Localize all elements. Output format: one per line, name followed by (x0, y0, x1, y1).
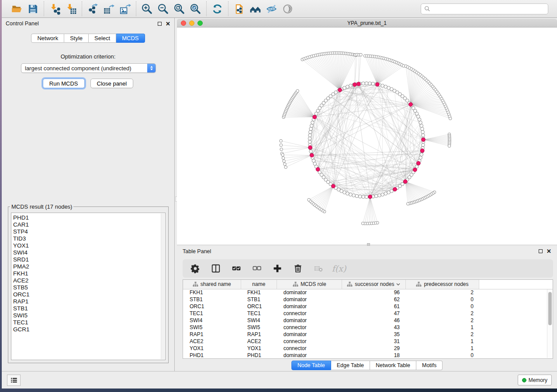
table-tab-node-table[interactable]: Node Table (291, 361, 331, 370)
export-image-icon[interactable] (117, 1, 133, 16)
cell-MCDS-role[interactable]: dominator (277, 317, 342, 324)
cell-predecessor-nodes[interactable]: 1 (405, 338, 479, 345)
create-column-plus-icon[interactable] (272, 262, 283, 275)
cell-name[interactable]: ORC1 (241, 303, 277, 310)
dominator-node[interactable] (403, 180, 407, 184)
cell-shared-name[interactable]: ORC1 (183, 303, 241, 310)
table-row[interactable]: PHD1PHD1dominator180 (183, 352, 553, 359)
hide-selected-icon[interactable] (263, 1, 280, 16)
cell-shared-name[interactable]: ACE2 (183, 338, 241, 345)
cell-successor-nodes[interactable]: 35 (342, 331, 405, 338)
network-canvas[interactable] (177, 28, 557, 244)
result-scrollbar[interactable] (161, 213, 165, 359)
cell-predecessor-nodes[interactable]: 0 (405, 303, 479, 310)
cell-MCDS-role[interactable]: dominator (277, 289, 342, 296)
tab-mcds[interactable]: MCDS (116, 34, 145, 43)
cell-MCDS-role[interactable]: connector (277, 310, 342, 317)
table-row[interactable]: YOX1YOX1connector291 (183, 345, 553, 352)
cell-name[interactable]: FKH1 (241, 289, 277, 296)
zoom-out-icon[interactable] (155, 1, 171, 16)
dominator-node[interactable] (338, 88, 342, 92)
column-visibility-icon[interactable] (210, 262, 221, 275)
table-row[interactable]: SWI5SWI5connector431 (183, 324, 553, 331)
table-row[interactable]: RAP1RAP1dominator352 (183, 331, 553, 338)
mcds-result-item[interactable]: TEC1 (13, 319, 165, 326)
close-table-panel-icon[interactable]: ✕ (547, 249, 551, 253)
cell-predecessor-nodes[interactable]: 2 (405, 310, 479, 317)
zoom-in-icon[interactable] (139, 1, 155, 16)
dominator-node[interactable] (413, 168, 417, 172)
cell-name[interactable]: SWI5 (241, 324, 277, 331)
mcds-result-item[interactable]: GCR1 (13, 326, 165, 333)
cell-MCDS-role[interactable]: connector (277, 345, 342, 352)
network-from-document-icon[interactable] (231, 1, 247, 16)
mcds-result-item[interactable]: PHD1 (13, 214, 165, 221)
table-scrollbar-thumb[interactable] (548, 292, 552, 325)
cell-successor-nodes[interactable]: 18 (342, 352, 405, 359)
dominator-node[interactable] (357, 82, 361, 86)
dominator-node[interactable] (310, 153, 314, 157)
show-all-icon[interactable] (280, 1, 296, 16)
dominator-node[interactable] (420, 149, 424, 153)
mcds-result-item[interactable]: STP4 (13, 228, 165, 235)
table-row[interactable]: TEC1TEC1connector472 (183, 310, 553, 317)
zoom-fit-icon[interactable] (171, 1, 187, 16)
cell-successor-nodes[interactable]: 62 (342, 296, 405, 303)
table-row[interactable]: STB1STB1dominator620 (183, 296, 553, 303)
dominator-node[interactable] (393, 187, 397, 191)
cell-name[interactable]: SWI4 (241, 317, 277, 324)
cell-MCDS-role[interactable]: connector (277, 324, 342, 331)
column-header-shared-name[interactable]: shared name (183, 280, 241, 289)
dominator-node[interactable] (313, 115, 317, 119)
cell-name[interactable]: TEC1 (241, 310, 277, 317)
cell-predecessor-nodes[interactable]: 2 (405, 317, 479, 324)
export-table-icon[interactable] (101, 1, 117, 16)
cell-successor-nodes[interactable]: 46 (342, 317, 405, 324)
cell-predecessor-nodes[interactable]: 0 (405, 352, 479, 359)
table-tab-edge-table[interactable]: Edge Table (331, 361, 370, 370)
import-table-icon[interactable] (63, 1, 79, 16)
first-neighbors-icon[interactable] (247, 1, 263, 16)
cell-predecessor-nodes[interactable]: 1 (405, 345, 479, 352)
column-header-MCDS-role[interactable]: MCDS role (277, 280, 342, 289)
cell-name[interactable]: PHD1 (241, 352, 277, 359)
toolbar-search[interactable] (421, 3, 548, 14)
column-header-successor-nodes[interactable]: successor nodes (342, 280, 405, 289)
mcds-result-item[interactable]: SWI5 (13, 312, 165, 319)
dominator-node[interactable] (375, 83, 379, 86)
table-row[interactable]: ORC1ORC1dominator610 (183, 303, 553, 310)
cell-shared-name[interactable]: PHD1 (183, 352, 241, 359)
cell-predecessor-nodes[interactable]: 2 (405, 289, 479, 296)
tab-network[interactable]: Network (31, 34, 64, 43)
minimize-window-icon[interactable] (189, 21, 194, 26)
network-titlebar[interactable]: YPA_prune.txt_1 (177, 19, 557, 28)
mcds-result-item[interactable]: YOX1 (13, 242, 165, 249)
cell-shared-name[interactable]: SWI5 (183, 324, 241, 331)
node-table[interactable]: shared namenameMCDS rolesuccessor nodesp… (183, 279, 553, 359)
import-network-icon[interactable] (47, 1, 63, 16)
cell-successor-nodes[interactable]: 61 (342, 303, 405, 310)
cell-MCDS-role[interactable]: connector (277, 338, 342, 345)
cell-successor-nodes[interactable]: 96 (342, 289, 405, 296)
table-scrollbar[interactable] (547, 289, 552, 358)
criterion-select[interactable]: largest connected component (undirected) (21, 63, 156, 73)
cell-predecessor-nodes[interactable]: 2 (405, 331, 479, 338)
table-row[interactable]: FKH1FKH1dominator962 (183, 289, 553, 296)
cell-MCDS-role[interactable]: dominator (277, 331, 342, 338)
dominator-node[interactable] (316, 168, 320, 172)
column-header-name[interactable]: name (241, 280, 277, 289)
mcds-result-item[interactable]: FKH1 (13, 270, 165, 277)
delete-column-trash-icon[interactable] (292, 262, 304, 275)
table-tab-motifs[interactable]: Motifs (416, 361, 443, 370)
task-history-icon[interactable] (7, 375, 21, 386)
cell-shared-name[interactable]: YOX1 (183, 345, 241, 352)
cell-shared-name[interactable]: RAP1 (183, 331, 241, 338)
save-icon[interactable] (25, 1, 41, 16)
close-panel-button[interactable]: Close panel (90, 79, 134, 88)
tab-select[interactable]: Select (89, 34, 116, 43)
dominator-node[interactable] (332, 184, 336, 188)
cell-shared-name[interactable]: STB1 (183, 296, 241, 303)
cell-name[interactable]: RAP1 (241, 331, 277, 338)
export-network-icon[interactable] (85, 1, 101, 16)
deselect-all-icon[interactable] (251, 262, 263, 275)
